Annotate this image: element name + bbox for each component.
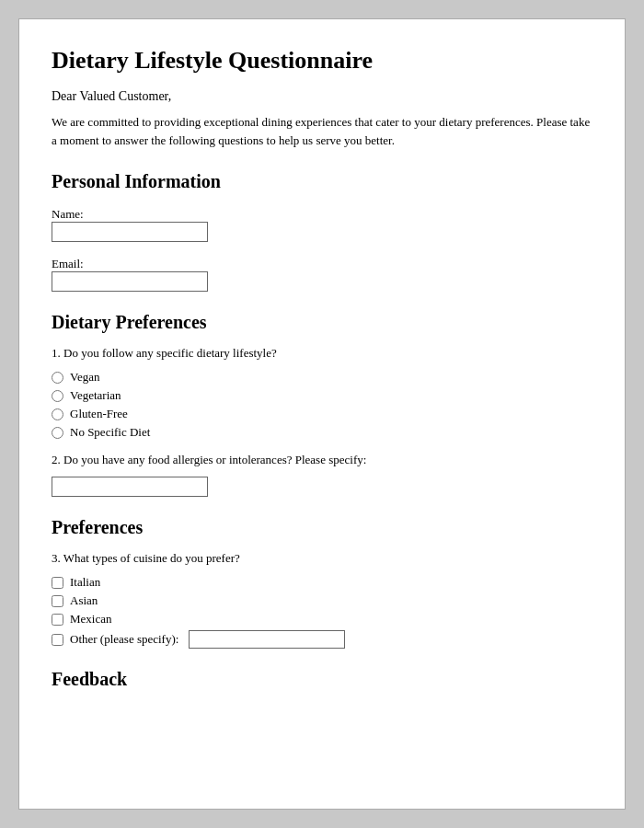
question1-text: 1. Do you follow any specific dietary li… [52,346,592,361]
cuisine-checkbox-group: Italian Asian Mexican Other (please spec… [52,575,592,649]
email-field-group: Email: [52,255,592,292]
preferences-section: Preferences 3. What types of cuisine do … [52,517,592,649]
checkbox-other[interactable] [52,634,63,646]
personal-information-title: Personal Information [52,171,592,192]
radio-item-vegan[interactable]: Vegan [52,370,592,385]
feedback-section: Feedback [52,669,592,690]
radio-vegan[interactable] [52,372,63,384]
radio-item-no-specific-diet[interactable]: No Specific Diet [52,425,592,440]
email-label: Email: [52,257,84,270]
checkbox-item-mexican[interactable]: Mexican [52,612,592,627]
checkbox-asian[interactable] [52,595,63,607]
radio-item-gluten-free[interactable]: Gluten-Free [52,407,592,421]
personal-information-section: Personal Information Name: Email: [52,171,592,292]
page-container: Dietary Lifestyle Questionnaire Dear Val… [18,18,626,810]
radio-vegetarian-label: Vegetarian [70,388,121,403]
allergy-input[interactable] [52,477,208,497]
radio-gluten-free-label: Gluten-Free [70,407,128,421]
radio-no-specific-diet-label: No Specific Diet [70,425,150,440]
greeting-text: Dear Valued Customer, [52,89,592,104]
question3-text: 3. What types of cuisine do you prefer? [52,551,592,566]
checkbox-mexican[interactable] [52,614,63,626]
dietary-preferences-section: Dietary Preferences 1. Do you follow any… [52,312,592,497]
email-input[interactable] [52,271,208,292]
dietary-preferences-title: Dietary Preferences [52,312,592,333]
preferences-title: Preferences [52,517,592,538]
checkbox-item-italian[interactable]: Italian [52,575,592,590]
name-input[interactable] [52,222,208,242]
page-title: Dietary Lifestyle Questionnaire [52,47,592,75]
checkbox-asian-label: Asian [70,593,98,608]
checkbox-mexican-label: Mexican [70,612,111,627]
checkbox-italian-label: Italian [70,575,100,590]
radio-item-vegetarian[interactable]: Vegetarian [52,388,592,403]
question2-text: 2. Do you have any food allergies or int… [52,453,592,467]
feedback-title: Feedback [52,669,592,690]
intro-text: We are committed to providing exceptiona… [52,113,592,149]
checkbox-item-asian[interactable]: Asian [52,593,592,608]
name-field-group: Name: [52,205,592,242]
checkbox-item-other: Other (please specify): [52,630,592,649]
name-label: Name: [52,207,84,221]
checkbox-other-label: Other (please specify): [70,632,178,647]
checkbox-italian[interactable] [52,577,63,589]
dietary-lifestyle-radio-group: Vegan Vegetarian Gluten-Free No Specific… [52,370,592,440]
other-cuisine-input[interactable] [189,630,345,649]
radio-no-specific-diet[interactable] [52,427,63,439]
radio-gluten-free[interactable] [52,408,63,420]
radio-vegetarian[interactable] [52,390,63,402]
radio-vegan-label: Vegan [70,370,100,385]
